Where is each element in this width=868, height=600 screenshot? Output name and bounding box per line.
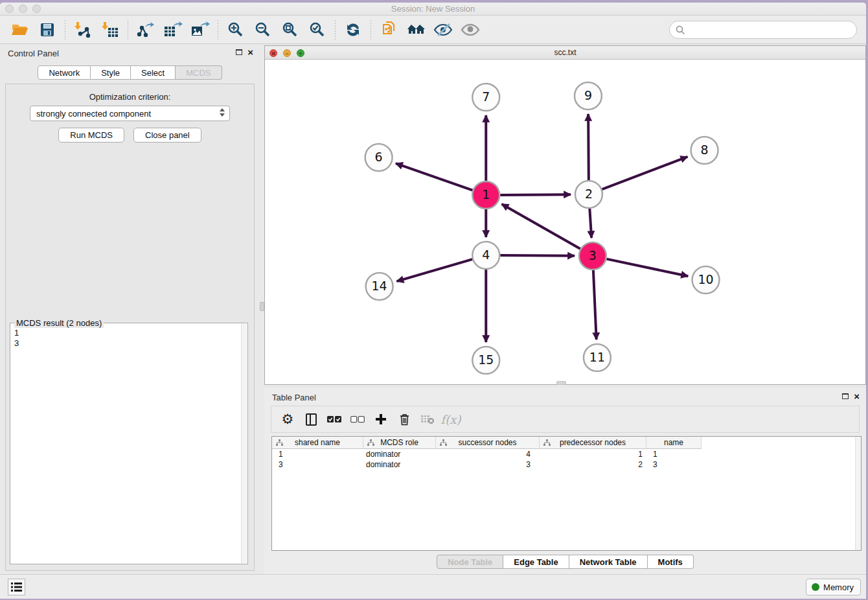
edge-3-10[interactable] [606,259,688,277]
task-history-button[interactable] [8,579,25,595]
open-file-icon[interactable] [9,19,31,40]
minimize-window-button[interactable] [19,5,27,13]
column-header-MCDS-role[interactable]: MCDS role [363,437,436,449]
delete-columns-icon[interactable] [394,410,414,429]
criterion-dropdown[interactable]: strongly connected component [30,106,230,121]
cell-MCDS-role[interactable]: dominator [363,449,436,459]
show-all-icon[interactable] [459,19,481,40]
import-network-icon[interactable] [72,19,94,40]
unselect-all-columns-icon[interactable] [348,410,367,429]
table-scrollbar[interactable] [855,437,861,550]
cell-shared-name[interactable]: 3 [272,459,363,470]
table-row[interactable]: 3dominator323 [272,459,861,470]
cell-name[interactable]: 3 [646,459,702,470]
tab-network[interactable]: Network [38,65,91,80]
column-header-name[interactable]: name [646,437,702,449]
cell-successor-nodes[interactable]: 4 [436,449,540,459]
graph-node-4[interactable]: 4 [472,242,499,269]
run-mcds-button[interactable]: Run MCDS [58,128,124,143]
tab-network-table[interactable]: Network Table [569,555,648,569]
edge-3-1[interactable] [502,204,580,249]
edge-3-11[interactable] [593,270,597,340]
tab-motifs[interactable]: Motifs [648,555,694,569]
edge-4-14[interactable] [396,259,472,281]
graph-node-1[interactable]: 1 [472,181,499,209]
cell-successor-nodes[interactable]: 3 [436,459,540,470]
toolbar-separator [218,20,218,40]
tab-select[interactable]: Select [131,65,176,80]
float-table-panel-icon[interactable] [842,393,849,399]
graph-node-11[interactable]: 11 [584,344,611,371]
graph-node-7[interactable]: 7 [472,84,499,111]
graph-node-10[interactable]: 10 [692,266,720,294]
save-session-icon[interactable] [36,19,58,40]
zoom-in-icon[interactable] [225,19,247,40]
cell-shared-name[interactable]: 1 [272,449,363,459]
network-view-window: ✕ − + scc.txt 7968124314101511 [264,45,866,385]
column-header-successor-nodes[interactable]: successor nodes [436,437,540,449]
edge-4-3[interactable] [500,255,575,256]
canvas-resize-grip[interactable] [556,381,566,385]
close-panel-icon[interactable]: × [247,49,253,56]
close-table-panel-icon[interactable]: × [854,393,860,400]
network-close-button[interactable]: ✕ [269,49,277,57]
cell-predecessor-nodes[interactable]: 2 [540,459,646,470]
graph-node-8[interactable]: 8 [691,137,718,164]
column-header-predecessor-nodes[interactable]: predecessor nodes [540,437,646,449]
network-canvas[interactable]: 7968124314101511 [265,60,865,384]
import-table-icon[interactable] [99,19,121,40]
delete-table-icon[interactable] [418,410,437,429]
function-builder-icon[interactable]: f(x) [441,410,461,429]
edge-2-3[interactable] [589,209,591,238]
edge-2-9[interactable] [588,114,589,180]
column-header-shared-name[interactable]: shared name [272,437,363,449]
hide-selected-icon[interactable] [432,19,454,40]
svg-text:8: 8 [701,143,709,157]
mcds-result-item: 1 [14,328,244,338]
memory-button[interactable]: Memory [806,579,861,595]
export-image-icon[interactable] [189,19,211,40]
search-box[interactable] [669,21,857,39]
float-panel-icon[interactable] [236,49,242,55]
mcds-result-box: MCDS result (2 nodes) 13 [10,323,248,564]
table-row[interactable]: 1dominator411 [272,449,861,459]
zoom-fit-icon[interactable] [279,19,301,40]
zoom-window-button[interactable] [32,5,41,13]
tab-mcds[interactable]: MCDS [176,65,222,80]
edge-1-2[interactable] [500,194,571,195]
close-panel-button[interactable]: Close panel [133,128,201,143]
edge-1-6[interactable] [396,163,473,190]
export-network-icon[interactable] [135,19,157,40]
show-columns-icon[interactable] [301,410,321,429]
edge-2-8[interactable] [602,157,687,189]
graph-node-3[interactable]: 3 [579,242,606,270]
graph-node-6[interactable]: 6 [365,144,393,171]
tab-node-table[interactable]: Node Table [437,555,503,569]
create-column-icon[interactable] [371,410,391,429]
cell-MCDS-role[interactable]: dominator [363,459,436,470]
select-all-columns-icon[interactable] [325,410,344,429]
panel-splitter[interactable] [260,44,264,574]
graph-node-9[interactable]: 9 [575,82,602,110]
cell-predecessor-nodes[interactable]: 1 [540,449,646,459]
zoom-out-icon[interactable] [252,19,274,40]
graph-node-2[interactable]: 2 [575,181,602,208]
result-scrollbar[interactable] [241,324,247,563]
tab-style[interactable]: Style [91,65,131,80]
graph-node-15[interactable]: 15 [472,347,499,374]
cell-name[interactable]: 1 [646,449,702,459]
clone-network-icon[interactable] [378,19,400,40]
first-neighbors-icon[interactable] [405,19,427,40]
zoom-selected-icon[interactable] [306,19,328,40]
splitter-handle-icon[interactable] [260,302,264,311]
export-table-icon[interactable] [162,19,184,40]
dropdown-stepper-icon [220,108,225,117]
graph-node-14[interactable]: 14 [366,273,393,300]
table-options-icon[interactable]: ⚙ [278,410,297,429]
close-window-button[interactable] [5,5,14,13]
network-minimize-button[interactable]: − [283,49,291,57]
network-maximize-button[interactable]: + [297,49,304,57]
search-input[interactable] [685,25,856,35]
refresh-view-icon[interactable] [342,19,364,40]
tab-edge-table[interactable]: Edge Table [503,555,569,569]
